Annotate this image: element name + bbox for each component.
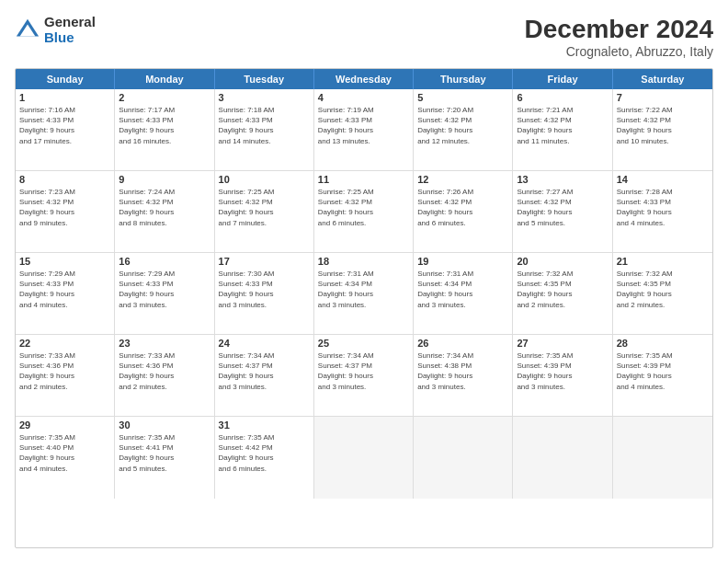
day-info: Sunrise: 7:34 AM Sunset: 4:38 PM Dayligh… (417, 350, 508, 392)
day-number: 26 (417, 338, 508, 349)
calendar-day-17: 17Sunrise: 7:30 AM Sunset: 4:33 PM Dayli… (215, 253, 314, 334)
day-info: Sunrise: 7:35 AM Sunset: 4:41 PM Dayligh… (119, 432, 210, 474)
calendar-day-4: 4Sunrise: 7:19 AM Sunset: 4:33 PM Daylig… (314, 89, 414, 170)
calendar-day-26: 26Sunrise: 7:34 AM Sunset: 4:38 PM Dayli… (414, 335, 513, 416)
day-number: 22 (19, 338, 110, 349)
day-info: Sunrise: 7:34 AM Sunset: 4:37 PM Dayligh… (219, 350, 310, 392)
day-info: Sunrise: 7:19 AM Sunset: 4:33 PM Dayligh… (318, 105, 409, 146)
day-info: Sunrise: 7:35 AM Sunset: 4:40 PM Dayligh… (19, 432, 110, 474)
day-info: Sunrise: 7:25 AM Sunset: 4:32 PM Dayligh… (219, 187, 310, 228)
logo-text: General Blue (44, 15, 96, 45)
weekday-header-monday: Monday (115, 69, 214, 89)
calendar-header: SundayMondayTuesdayWednesdayThursdayFrid… (16, 69, 712, 89)
calendar-day-23: 23Sunrise: 7:33 AM Sunset: 4:36 PM Dayli… (115, 335, 214, 416)
day-number: 21 (617, 256, 709, 267)
weekday-header-friday: Friday (513, 69, 612, 89)
day-info: Sunrise: 7:21 AM Sunset: 4:32 PM Dayligh… (517, 105, 608, 146)
day-info: Sunrise: 7:33 AM Sunset: 4:36 PM Dayligh… (19, 350, 110, 392)
calendar-row-1: 1Sunrise: 7:16 AM Sunset: 4:33 PM Daylig… (16, 89, 712, 171)
day-number: 29 (19, 419, 110, 431)
calendar-day-empty (414, 417, 513, 499)
calendar-day-14: 14Sunrise: 7:28 AM Sunset: 4:33 PM Dayli… (613, 171, 712, 252)
day-number: 9 (119, 174, 210, 185)
day-info: Sunrise: 7:30 AM Sunset: 4:33 PM Dayligh… (219, 269, 310, 310)
calendar-day-31: 31Sunrise: 7:35 AM Sunset: 4:42 PM Dayli… (215, 417, 314, 499)
day-number: 5 (417, 92, 508, 103)
day-number: 13 (517, 174, 608, 185)
day-number: 1 (19, 92, 110, 103)
day-number: 11 (318, 174, 409, 185)
day-number: 7 (617, 92, 709, 103)
day-number: 23 (119, 338, 210, 349)
calendar-day-2: 2Sunrise: 7:17 AM Sunset: 4:33 PM Daylig… (115, 89, 214, 170)
calendar-day-11: 11Sunrise: 7:25 AM Sunset: 4:32 PM Dayli… (314, 171, 414, 252)
calendar-day-19: 19Sunrise: 7:31 AM Sunset: 4:34 PM Dayli… (414, 253, 513, 334)
day-info: Sunrise: 7:27 AM Sunset: 4:32 PM Dayligh… (517, 187, 608, 228)
logo-general-text: General (44, 15, 96, 30)
day-info: Sunrise: 7:18 AM Sunset: 4:33 PM Dayligh… (219, 105, 310, 146)
calendar-day-1: 1Sunrise: 7:16 AM Sunset: 4:33 PM Daylig… (16, 89, 115, 170)
day-info: Sunrise: 7:29 AM Sunset: 4:33 PM Dayligh… (19, 269, 110, 310)
calendar: SundayMondayTuesdayWednesdayThursdayFrid… (15, 68, 713, 548)
day-info: Sunrise: 7:31 AM Sunset: 4:34 PM Dayligh… (318, 269, 409, 310)
calendar-body: 1Sunrise: 7:16 AM Sunset: 4:33 PM Daylig… (16, 89, 712, 499)
header: General Blue December 2024 Crognaleto, A… (15, 15, 713, 59)
day-number: 14 (617, 174, 709, 185)
day-number: 6 (517, 92, 608, 103)
calendar-day-20: 20Sunrise: 7:32 AM Sunset: 4:35 PM Dayli… (513, 253, 612, 334)
day-info: Sunrise: 7:25 AM Sunset: 4:32 PM Dayligh… (318, 187, 409, 228)
day-info: Sunrise: 7:35 AM Sunset: 4:42 PM Dayligh… (219, 432, 310, 474)
weekday-header-wednesday: Wednesday (314, 69, 414, 89)
day-number: 8 (19, 174, 110, 185)
day-info: Sunrise: 7:26 AM Sunset: 4:32 PM Dayligh… (417, 187, 508, 228)
logo: General Blue (15, 15, 96, 45)
day-number: 4 (318, 92, 409, 103)
calendar-day-21: 21Sunrise: 7:32 AM Sunset: 4:35 PM Dayli… (613, 253, 712, 334)
calendar-day-27: 27Sunrise: 7:35 AM Sunset: 4:39 PM Dayli… (513, 335, 612, 416)
calendar-day-15: 15Sunrise: 7:29 AM Sunset: 4:33 PM Dayli… (16, 253, 115, 334)
day-number: 18 (318, 256, 409, 267)
calendar-day-22: 22Sunrise: 7:33 AM Sunset: 4:36 PM Dayli… (16, 335, 115, 416)
calendar-day-7: 7Sunrise: 7:22 AM Sunset: 4:32 PM Daylig… (613, 89, 712, 170)
calendar-row-2: 8Sunrise: 7:23 AM Sunset: 4:32 PM Daylig… (16, 171, 712, 253)
logo-blue-text: Blue (44, 30, 96, 46)
calendar-day-24: 24Sunrise: 7:34 AM Sunset: 4:37 PM Dayli… (215, 335, 314, 416)
day-info: Sunrise: 7:32 AM Sunset: 4:35 PM Dayligh… (617, 269, 709, 310)
day-number: 27 (517, 338, 608, 349)
day-number: 3 (219, 92, 310, 103)
day-info: Sunrise: 7:22 AM Sunset: 4:32 PM Dayligh… (617, 105, 709, 146)
calendar-day-6: 6Sunrise: 7:21 AM Sunset: 4:32 PM Daylig… (513, 89, 612, 170)
calendar-day-10: 10Sunrise: 7:25 AM Sunset: 4:32 PM Dayli… (215, 171, 314, 252)
weekday-header-thursday: Thursday (414, 69, 513, 89)
day-number: 28 (617, 338, 709, 349)
weekday-header-tuesday: Tuesday (215, 69, 314, 89)
day-number: 24 (219, 338, 310, 349)
calendar-day-8: 8Sunrise: 7:23 AM Sunset: 4:32 PM Daylig… (16, 171, 115, 252)
logo-icon (15, 17, 40, 43)
day-number: 25 (318, 338, 409, 349)
calendar-day-empty (613, 417, 712, 499)
day-info: Sunrise: 7:35 AM Sunset: 4:39 PM Dayligh… (617, 350, 709, 392)
day-info: Sunrise: 7:35 AM Sunset: 4:39 PM Dayligh… (517, 350, 608, 392)
day-info: Sunrise: 7:23 AM Sunset: 4:32 PM Dayligh… (19, 187, 110, 228)
calendar-day-16: 16Sunrise: 7:29 AM Sunset: 4:33 PM Dayli… (115, 253, 214, 334)
calendar-day-9: 9Sunrise: 7:24 AM Sunset: 4:32 PM Daylig… (115, 171, 214, 252)
day-number: 31 (219, 419, 310, 431)
calendar-day-empty (314, 417, 414, 499)
page: General Blue December 2024 Crognaleto, A… (0, 0, 728, 563)
day-number: 2 (119, 92, 210, 103)
calendar-row-3: 15Sunrise: 7:29 AM Sunset: 4:33 PM Dayli… (16, 253, 712, 335)
month-title: December 2024 (525, 15, 713, 44)
location-subtitle: Crognaleto, Abruzzo, Italy (525, 44, 713, 59)
calendar-row-4: 22Sunrise: 7:33 AM Sunset: 4:36 PM Dayli… (16, 335, 712, 417)
calendar-day-3: 3Sunrise: 7:18 AM Sunset: 4:33 PM Daylig… (215, 89, 314, 170)
day-number: 10 (219, 174, 310, 185)
calendar-day-empty (513, 417, 612, 499)
day-info: Sunrise: 7:17 AM Sunset: 4:33 PM Dayligh… (119, 105, 210, 146)
day-info: Sunrise: 7:16 AM Sunset: 4:33 PM Dayligh… (19, 105, 110, 146)
day-number: 12 (417, 174, 508, 185)
day-info: Sunrise: 7:29 AM Sunset: 4:33 PM Dayligh… (119, 269, 210, 310)
day-info: Sunrise: 7:32 AM Sunset: 4:35 PM Dayligh… (517, 269, 608, 310)
calendar-day-28: 28Sunrise: 7:35 AM Sunset: 4:39 PM Dayli… (613, 335, 712, 416)
day-number: 17 (219, 256, 310, 267)
